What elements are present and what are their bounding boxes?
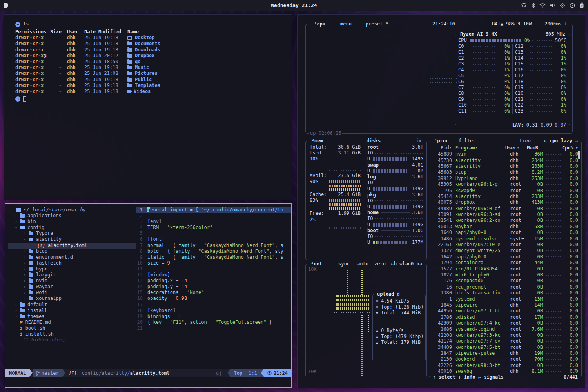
tree-item[interactable]: wofi [8, 290, 136, 296]
process-row[interactable]: 40075 dropbox dhh 413M 0.0 [432, 200, 578, 205]
process-row[interactable]: 1845 pipewire dhh 14M 0.0 [432, 302, 578, 308]
code-line[interactable]: 1 general.import = [ "~/.config/omarchy/… [136, 207, 291, 213]
code-line[interactable]: 19 bindings = [ [136, 314, 291, 319]
tree-item[interactable]: boot.sh [8, 325, 136, 331]
process-row[interactable]: 1380 btrfs-transactio root 0B 0.0 [432, 290, 578, 296]
process-row[interactable]: 1827 mt76-tx phy0 root 0B 0.0 [432, 272, 578, 278]
tree-item[interactable]: waybar [8, 284, 136, 290]
cpu-box-title[interactable]: ¹cpu [313, 21, 327, 27]
neovim-window[interactable]: ~/.local/share/omarchy applications bin … [5, 203, 292, 388]
code-line[interactable]: 14 padding.y = 14 [136, 284, 291, 290]
io-toggle[interactable]: io [415, 138, 423, 144]
process-row[interactable]: 176 kcompactd0 root 0B 0.0 [432, 278, 578, 284]
chevron-icon[interactable] [15, 308, 20, 314]
chevron-icon[interactable] [24, 249, 29, 254]
traffic-box-title[interactable]: upload d [376, 291, 401, 297]
chevron-icon[interactable] [15, 302, 20, 308]
update-interval[interactable]: - 2000ms + [538, 21, 568, 27]
process-row[interactable]: 1577 irq/81-PIXA3854: root 0B 0.0 [432, 266, 578, 272]
process-row[interactable]: 45683 btop dhh 8.2M 0.0 [432, 169, 578, 175]
chevron-icon[interactable] [24, 260, 29, 266]
code-line[interactable]: 20 { key = "F11", action = "ToggleFullsc… [136, 319, 291, 325]
info-action[interactable]: info [464, 374, 475, 380]
tree-item[interactable]: bin [8, 219, 136, 225]
process-row[interactable]: 1642 napi/phy0-0 root 0B 0.0 [432, 254, 578, 260]
process-row[interactable]: 39912 Hyprland dhh 253M 0.0 [432, 176, 578, 181]
terminal-window-ls[interactable]: → ls Permissions Size User Date Modified… [4, 14, 292, 200]
code-line[interactable]: 18 [keyboard] [136, 308, 291, 314]
chevron-icon[interactable] [24, 254, 29, 260]
prompt-line-2[interactable]: → [15, 96, 292, 102]
process-row[interactable]: 42208 kworker/u97:3-kc root 0B 0.0 [432, 332, 578, 338]
chevron-icon[interactable] [24, 296, 29, 301]
process-row[interactable]: 44889 kworker/u96:0-gf root 0B 0.0 [432, 206, 578, 212]
tree-item[interactable]: install.sh [8, 331, 136, 337]
code-line[interactable]: 16 opacity = 0.98 [136, 296, 291, 301]
tree-item[interactable]: fastfetch [8, 260, 136, 266]
process-row[interactable]: 22161 kworker/u97:10-e root 0B 0.0 [432, 242, 578, 248]
chevron-icon[interactable] [15, 314, 20, 319]
code-line[interactable]: 11 [136, 266, 291, 272]
net-auto-toggle[interactable]: auto [356, 261, 370, 267]
code-line[interactable]: 17 [136, 302, 291, 308]
process-row[interactable]: 195 kswapd0 root 0B 0.0 [432, 187, 578, 193]
tree-item[interactable]: alacritty [8, 236, 136, 242]
proc-tree-toggle[interactable]: tree [518, 138, 532, 144]
process-row[interactable]: 45414 alacritty dhh 203M 0.0 [432, 194, 578, 200]
code-line[interactable]: 3 [env] [136, 219, 291, 225]
chevron-icon[interactable] [24, 266, 29, 272]
process-row[interactable]: 42226 kworker/u98:3-bt root 0B 0.0 [432, 363, 578, 368]
code-line[interactable]: 10 size = 9 [136, 260, 291, 266]
process-row[interactable]: 42309 kworker/u97:4-kc root 0B 0.0 [432, 320, 578, 326]
net-interface-switch[interactable]: ←b wlan0 n→ [390, 261, 424, 267]
tree-item[interactable]: Typora [8, 230, 136, 236]
chevron-icon[interactable] [15, 213, 20, 219]
process-row[interactable]: 40013 waybar dhh 58M 0.0 [432, 224, 578, 230]
process-row[interactable]: 1 systemd root 13M 0.0 [432, 296, 578, 302]
tree-item[interactable]: hypr [8, 266, 136, 272]
process-row[interactable]: 31541 kworker/u96:2-co root 0B 0.0 [432, 218, 578, 223]
process-row[interactable]: 43091 kworker/u96:3-sd root 0B 0.0 [432, 212, 578, 218]
proc-scrollbar[interactable] [578, 151, 580, 159]
process-row[interactable]: 1486 systemd-resolve syst+ 15M 0.0 [432, 236, 578, 241]
code-line[interactable]: 9 italic = { family = "CaskaydiaMono Ner… [136, 254, 291, 260]
editor-pane[interactable]: 1 general.import = [ "~/.config/omarchy/… [136, 204, 291, 369]
tree-item[interactable]: alacritty.toml [8, 243, 136, 249]
proc-filter-button[interactable]: filter [457, 138, 477, 144]
net-zero-toggle[interactable]: zero [373, 261, 387, 267]
process-row[interactable]: 1794 containerd root 44M 0.0 [432, 260, 578, 266]
tree-item[interactable]: xournalpp [8, 296, 136, 301]
process-row[interactable]: 1847 pipewire-pulse dhh 19M 0.0 [432, 350, 578, 356]
chevron-icon[interactable] [24, 236, 29, 242]
net-sync-toggle[interactable]: sync [337, 261, 351, 267]
signals-action[interactable]: signals [484, 374, 504, 380]
tree-item[interactable]: lazygit [8, 272, 136, 278]
process-row[interactable]: 45889 nvim dhh 36M 0.0 [432, 151, 578, 157]
chevron-icon[interactable] [24, 290, 29, 296]
code-line[interactable]: 2 [136, 213, 291, 219]
process-row[interactable]: 2130 dockerd root 70M 0.0 [432, 356, 578, 362]
tree-item[interactable]: default [8, 302, 136, 308]
code-line[interactable]: 21 ] [136, 325, 291, 331]
process-row[interactable]: 45667 alacritty dhh 203M 0.0 [432, 163, 578, 169]
code-line[interactable]: 8 bold = { family = "CaskaydiaMono Nerd … [136, 249, 291, 254]
code-line[interactable]: 15 decorations = "None" [136, 290, 291, 296]
preset-button[interactable]: preset * [365, 21, 390, 27]
code-line[interactable]: 13 padding.x = 14 [136, 278, 291, 284]
process-row[interactable]: 45730 alacritty dhh 204M 0.0 [432, 157, 578, 163]
net-box-title[interactable]: ³net [310, 261, 323, 267]
menu-button[interactable]: menu [339, 21, 353, 27]
process-row[interactable]: 45305 kworker/u96:1-gf root 0B 0.0 [432, 181, 578, 187]
tree-item[interactable]: nvim [8, 278, 136, 284]
proc-column-headers[interactable]: Pid: Program: User: MemB Cpu% ↑ [432, 145, 578, 151]
chevron-icon[interactable] [24, 284, 29, 290]
tree-item[interactable]: applications [8, 213, 136, 219]
proc-box-title[interactable]: ⁴proc [433, 138, 450, 144]
chevron-icon[interactable] [15, 225, 20, 230]
git-branch[interactable]: master [33, 369, 62, 377]
terminal-window-btop[interactable]: ¹cpu menu preset * 21:24:10 BAT▲ 98% 3.1… [297, 14, 585, 388]
process-row[interactable]: 16 rcu_preempt root 0B 0.0 [432, 284, 578, 290]
process-row[interactable]: 2786 udisksd root 17M 0.0 [432, 314, 578, 320]
code-line[interactable]: 5 [136, 230, 291, 236]
process-row[interactable]: 34409 kworker/u97:5-bt root 0B 0.0 [432, 345, 578, 350]
